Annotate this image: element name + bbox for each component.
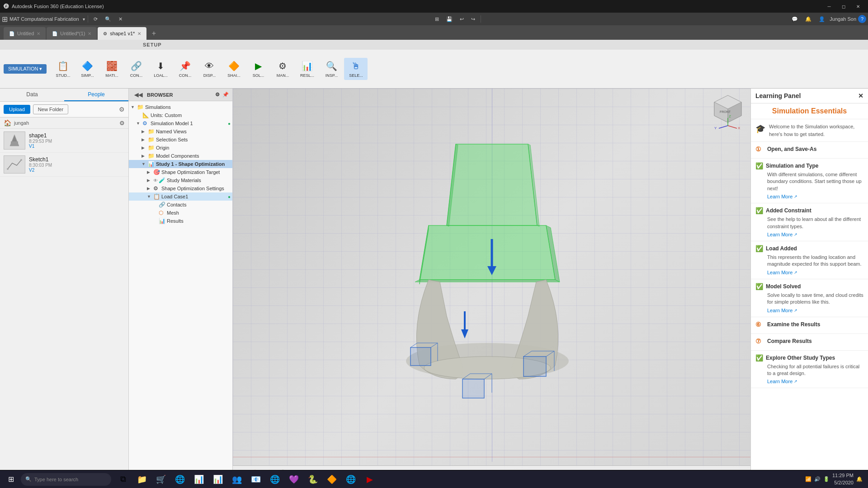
save-btn[interactable]: 💾 <box>443 15 455 23</box>
tab-close-shape1[interactable]: ✕ <box>137 31 141 36</box>
taskbar-app-media[interactable]: ▶ <box>361 471 379 488</box>
taskbar-app-explorer[interactable]: 📁 <box>133 471 151 488</box>
refresh-btn[interactable]: ⟳ <box>91 15 100 23</box>
ribbon-btn-inspect[interactable]: 🔍 INSP... <box>320 58 343 80</box>
tree-item-origin[interactable]: ▶ 📁 Origin <box>129 144 232 152</box>
tree-item-named-views[interactable]: ▶ 📁 Named Views <box>129 127 232 136</box>
taskbar-app-vs[interactable]: 💜 <box>285 471 303 488</box>
tree-icon-model-components: 📁 <box>148 153 155 159</box>
simulation-dropdown[interactable]: SIMULATION ▾ <box>4 64 47 74</box>
tree-item-study1[interactable]: ▼ 📊 Study 1 - Shape Optimization <box>129 160 232 168</box>
taskbar-app-chrome[interactable]: 🌐 <box>171 471 189 488</box>
tab-add-btn[interactable]: + <box>147 27 160 40</box>
tree-item-shape-opt-target[interactable]: ▶ 🎯 Shape Optimization Target <box>129 168 232 176</box>
ribbon-btn-results[interactable]: 📊 RESL... <box>295 58 319 80</box>
tree-item-units[interactable]: 📐 Units: Custom <box>129 111 232 119</box>
tree-arrow-study-materials: ▶ <box>147 178 152 183</box>
tab-data[interactable]: Data <box>0 89 64 101</box>
start-button[interactable]: ⊞ <box>2 471 20 488</box>
tree-item-contacts[interactable]: 🔗 Contacts <box>129 201 232 209</box>
undo-btn[interactable]: ↩ <box>457 15 467 23</box>
taskbar-app-powerpoint[interactable]: 📊 <box>209 471 227 488</box>
viewport[interactable]: FRONT X Y Z ⊕ 🏠 ✋ 🔍 ↩ □ ⋮ <box>233 89 750 480</box>
tab-close-untitled1[interactable]: ✕ <box>88 31 91 36</box>
learn-more-model-solved[interactable]: Learn More <box>767 308 863 313</box>
taskbar-app-python[interactable]: 🐍 <box>304 471 322 488</box>
comments-btn[interactable]: 💬 <box>789 15 801 23</box>
list-item[interactable]: Sketch1 8:30:03 PM V2 <box>0 153 128 177</box>
restore-btn[interactable]: ◻ <box>837 2 850 11</box>
ribbon-btn-study[interactable]: 📋 STUD... <box>51 58 75 80</box>
tree-item-sim-model-1[interactable]: ▼ ⚙ Simulation Model 1 ● <box>129 119 232 127</box>
grid-layout-btn[interactable]: ⊞ <box>432 15 442 23</box>
redo-btn[interactable]: ↪ <box>468 15 478 23</box>
ribbon-btn-display[interactable]: 👁 DISP... <box>198 58 221 80</box>
new-folder-button[interactable]: New Folder <box>33 104 68 114</box>
tab-close-untitled[interactable]: ✕ <box>37 31 40 36</box>
taskbar-search[interactable]: 🔍 Type here to search <box>21 473 111 486</box>
user-settings-icon[interactable]: ⚙ <box>119 120 125 127</box>
taskbar-app-outlook[interactable]: 📧 <box>247 471 265 488</box>
browser-expand-btn[interactable]: ⚙ <box>215 92 220 98</box>
ribbon-btn-constraints[interactable]: 🔗 CON... <box>124 58 148 80</box>
tree-label-load-case1: Load Case1 <box>161 194 227 199</box>
ribbon-btn-select[interactable]: 🖱 SELE... <box>344 58 368 80</box>
settings-icon[interactable]: ⚙ <box>119 106 125 113</box>
taskbar-app-excel[interactable]: 📊 <box>190 471 208 488</box>
close-project-btn[interactable]: ✕ <box>116 15 125 23</box>
taskbar-app-taskview[interactable]: ⧉ <box>114 471 132 488</box>
app-menu-arrow[interactable]: ▾ <box>83 17 85 22</box>
taskbar-app-ie[interactable]: 🌐 <box>342 471 360 488</box>
notifications-btn[interactable]: 🔔 <box>802 15 814 23</box>
tab-untitled[interactable]: 📄 Untitled ✕ <box>4 27 46 40</box>
upload-button[interactable]: Upload <box>4 105 30 114</box>
learning-panel-close[interactable]: ✕ <box>858 92 863 99</box>
browser-pin-btn[interactable]: 📌 <box>222 92 229 98</box>
learn-more-sim-type[interactable]: Learn More <box>767 194 863 199</box>
tab-untitled1[interactable]: 📄 Untitled*(1) ✕ <box>47 27 97 40</box>
learn-section-constraint: ✅ Added Constraint See the help to learn… <box>751 203 868 241</box>
taskbar-app-store[interactable]: 🛒 <box>152 471 170 488</box>
learn-title-constraint: Added Constraint <box>766 207 811 214</box>
ribbon-btn-loads[interactable]: ⬇ LOAL... <box>149 58 172 80</box>
tab-shape1[interactable]: ⚙ shape1 v1* ✕ <box>98 27 146 40</box>
learn-title-open-save: Open, and Save-As <box>767 146 816 152</box>
list-item[interactable]: shape1 8:29:53 PM V1 <box>0 129 128 153</box>
learn-more-constraint[interactable]: Learn More <box>767 232 863 237</box>
minimize-btn[interactable]: ─ <box>823 2 835 11</box>
taskbar-clock[interactable]: 11:29 PM 5/2/2020 <box>832 472 854 486</box>
learn-more-load-added[interactable]: Learn More <box>767 270 863 275</box>
tree-item-selection-sets[interactable]: ▶ 📁 Selection Sets <box>129 136 232 144</box>
taskbar-notification-icon[interactable]: 🔔 <box>856 476 863 482</box>
learn-more-explore[interactable]: Learn More <box>767 379 863 384</box>
learn-desc-explore: Checking for all potential failures is c… <box>767 363 863 377</box>
display-icon: 👁 <box>202 60 217 72</box>
ribbon-btn-solve[interactable]: ▶ SOL... <box>246 58 270 80</box>
search-btn[interactable]: 🔍 <box>102 15 114 23</box>
ribbon-btn-simplify[interactable]: 🔷 SIMP... <box>75 58 99 80</box>
close-btn[interactable]: ✕ <box>852 2 864 11</box>
tab-people[interactable]: People <box>64 89 128 101</box>
taskbar-app-teams[interactable]: 👥 <box>228 471 246 488</box>
ribbon-btn-materials[interactable]: 🧱 MATI... <box>100 58 123 80</box>
ribbon-btn-manage[interactable]: ⚙ MAN... <box>271 58 294 80</box>
help-btn[interactable]: ? <box>858 15 866 23</box>
ribbon-btn-contacts[interactable]: 📌 CON... <box>173 58 197 80</box>
browser-collapse-btn[interactable]: ◀◀ <box>132 91 144 99</box>
svg-rect-23 <box>462 379 484 398</box>
ribbon-btn-shape[interactable]: 🔶 SHAI... <box>222 58 245 80</box>
account-btn[interactable]: 👤 <box>816 15 828 23</box>
taskbar-app-edge[interactable]: 🌐 <box>266 471 284 488</box>
tree-eye-study-materials[interactable]: 👁 <box>153 178 158 183</box>
file-info-shape1: shape1 8:29:53 PM V1 <box>29 132 125 149</box>
tree-item-load-case1[interactable]: ▼ 📋 Load Case1 ● <box>129 192 232 201</box>
tree-item-simulations[interactable]: ▼ 📁 Simulations <box>129 103 232 111</box>
nav-cube[interactable]: FRONT X Y Z <box>710 93 746 129</box>
svg-rect-1 <box>11 141 18 146</box>
tree-item-model-components[interactable]: ▶ 📁 Model Components <box>129 152 232 160</box>
tree-item-results[interactable]: 📊 Results <box>129 217 232 225</box>
tree-item-mesh[interactable]: ⬡ Mesh <box>129 209 232 217</box>
taskbar-app-fusion[interactable]: 🔶 <box>323 471 341 488</box>
tree-item-shape-opt-settings[interactable]: ▶ ⚙ Shape Optimization Settings <box>129 184 232 192</box>
tree-item-study-materials[interactable]: ▶ 👁 🧪 Study Materials <box>129 176 232 184</box>
